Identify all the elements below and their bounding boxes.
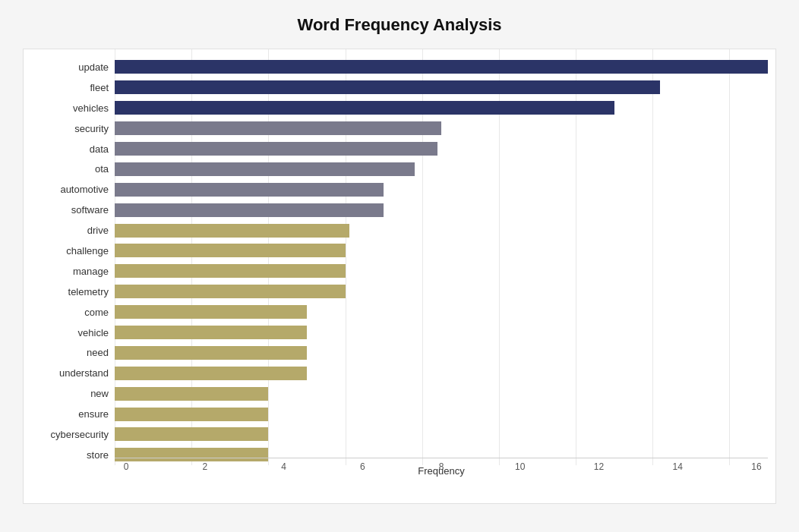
bar (115, 183, 384, 197)
bar-label: cybersecurity (25, 429, 109, 440)
bar-row: automotive (115, 181, 768, 198)
chart-area: updatefleetvehiclessecuritydataotaautomo… (23, 49, 776, 504)
bar-row: need (115, 345, 768, 361)
bar-label: security (25, 123, 109, 134)
bar-row: challenge (115, 242, 768, 259)
bar-label: drive (25, 225, 109, 236)
bar-label: challenge (25, 245, 109, 257)
bar (115, 121, 441, 135)
bar-row: cybersecurity (115, 426, 768, 442)
bar (115, 367, 307, 380)
bar-label: ensure (25, 408, 109, 420)
bar-label: automotive (25, 184, 109, 195)
bar (115, 264, 346, 278)
bar-label: data (25, 143, 109, 155)
bar-label: store (25, 449, 109, 461)
bar (115, 346, 307, 360)
x-axis: 0246810121416 Frequency (115, 458, 768, 480)
bar (115, 408, 268, 421)
bars-wrapper: updatefleetvehiclessecuritydataotaautomo… (115, 57, 768, 465)
bar-label: manage (25, 266, 109, 277)
bar (115, 101, 614, 115)
bar-row: come (115, 304, 768, 320)
bar-row: update (115, 58, 768, 75)
bar-row: drive (115, 222, 768, 239)
x-axis-label: Frequency (115, 465, 768, 477)
bar (115, 80, 660, 94)
chart-title: Word Frequency Analysis (23, 15, 776, 35)
bar-row: data (115, 140, 768, 157)
bar-row: fleet (115, 79, 768, 96)
bar (115, 305, 307, 319)
bar (115, 427, 268, 441)
x-axis-line (115, 458, 768, 458)
bar-label: come (25, 307, 109, 318)
bar (115, 142, 437, 156)
bar-row: vehicles (115, 99, 768, 116)
bar-label: need (25, 347, 109, 358)
bar (115, 224, 349, 238)
bar (115, 285, 346, 298)
bar-row: ensure (115, 406, 768, 423)
bar-label: ota (25, 163, 109, 175)
bar-label: vehicle (25, 327, 109, 338)
bar (115, 326, 307, 339)
bar-label: new (25, 388, 109, 399)
bar (115, 203, 384, 217)
bar-row: manage (115, 263, 768, 279)
bar (115, 60, 768, 74)
bar (115, 162, 415, 176)
bar (115, 387, 268, 401)
bar-row: understand (115, 365, 768, 382)
bar-row: ota (115, 161, 768, 178)
bar-label: software (25, 204, 109, 216)
bar-row: new (115, 386, 768, 402)
bar-label: fleet (25, 82, 109, 93)
bar-row: software (115, 202, 768, 219)
bar-row: security (115, 120, 768, 137)
bar-label: update (25, 61, 109, 73)
bar-row: vehicle (115, 324, 768, 341)
bar-label: telemetry (25, 286, 109, 297)
chart-container: Word Frequency Analysis updatefleetvehic… (0, 0, 799, 532)
bar (115, 244, 346, 257)
bar-row: telemetry (115, 283, 768, 300)
bar-label: vehicles (25, 102, 109, 114)
bar-label: understand (25, 367, 109, 379)
